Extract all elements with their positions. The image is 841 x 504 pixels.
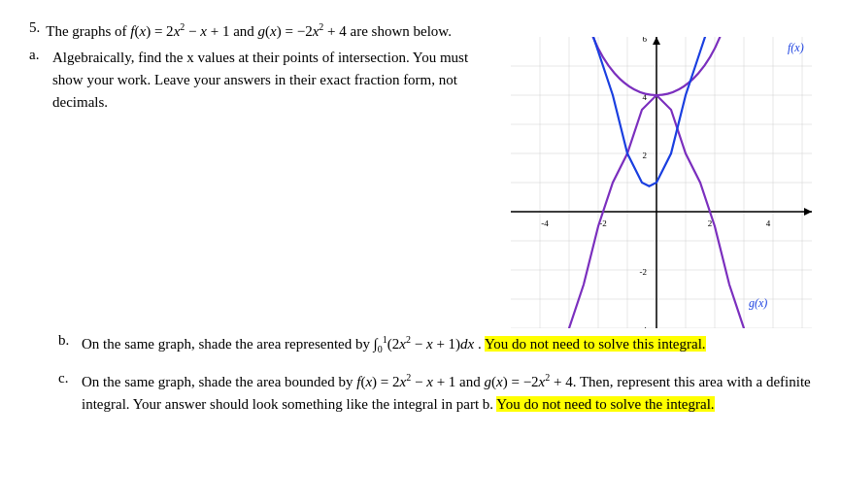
problem-number: 5. (29, 19, 40, 43)
svg-text:2: 2 (643, 151, 648, 160)
graph-area: 2 4 6 -2 -4 2 4 -2 -4 (511, 37, 812, 332)
part-b-label: b. (58, 332, 76, 357)
svg-text:2: 2 (708, 218, 713, 228)
problem-container: 5. The graphs of f(x) = 2x2 − x + 1 and … (29, 19, 812, 417)
part-b-highlight: You do not need to solve this integral. (485, 336, 706, 352)
svg-marker-32 (653, 37, 660, 45)
left-content: a. Algebraically, find the x values at t… (29, 47, 511, 332)
svg-text:6: 6 (643, 37, 648, 44)
part-c-text: On the same graph, shade the area bounde… (82, 370, 812, 417)
problem-intro: The graphs of f(x) = 2x2 − x + 1 and g(x… (46, 19, 452, 43)
part-b-integral: ∫01(2x2 − x + 1)dx (374, 336, 478, 352)
part-a-text: Algebraically, find the x values at thei… (52, 47, 501, 115)
svg-text:-2: -2 (640, 267, 648, 277)
gx-graph-label: g(x) (749, 296, 767, 310)
part-a: a. Algebraically, find the x values at t… (29, 47, 501, 115)
svg-text:4: 4 (766, 218, 771, 228)
part-b-text: On the same graph, shade the area repres… (82, 332, 812, 357)
part-c-highlight: You do not need to solve the integral. (496, 396, 714, 412)
part-c: c. On the same graph, shade the area bou… (58, 370, 812, 417)
part-a-label: a. (29, 47, 47, 115)
svg-text:-4: -4 (541, 218, 549, 228)
part-b: b. On the same graph, shade the area rep… (58, 332, 812, 357)
svg-text:-4: -4 (640, 325, 648, 328)
svg-marker-31 (804, 208, 812, 216)
part-c-label: c. (58, 370, 76, 417)
graph-svg: 2 4 6 -2 -4 2 4 -2 -4 (511, 37, 812, 328)
fx-graph-label: f(x) (788, 41, 804, 54)
main-body: a. Algebraically, find the x values at t… (29, 47, 812, 332)
